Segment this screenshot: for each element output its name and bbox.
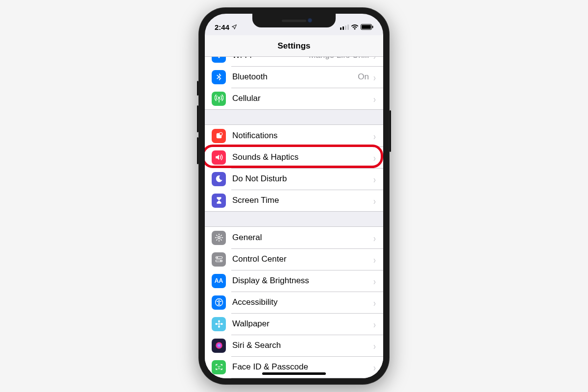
row-display[interactable]: AADisplay & Brightness›: [205, 270, 383, 292]
chevron-right-icon: ›: [373, 196, 376, 206]
page-title: Settings: [277, 41, 310, 51]
row-label: Wallpaper: [232, 319, 373, 329]
gear-icon: [212, 231, 226, 245]
row-label: Wi-Fi: [232, 57, 309, 60]
svg-point-21: [216, 342, 222, 349]
row-label: General: [232, 233, 373, 243]
row-controlcenter[interactable]: Control Center›: [205, 248, 383, 270]
antenna-icon: [212, 92, 226, 106]
settings-group: General›Control Center›AADisplay & Brigh…: [205, 226, 383, 378]
mute-switch: [197, 81, 198, 96]
hourglass-icon: [212, 194, 226, 208]
row-label: Cellular: [232, 94, 373, 103]
svg-rect-2: [345, 25, 346, 30]
svg-rect-0: [340, 27, 342, 30]
svg-point-8: [219, 132, 222, 135]
row-label: Sounds & Haptics: [232, 152, 373, 162]
row-general[interactable]: General›: [205, 227, 383, 248]
chevron-right-icon: ›: [373, 254, 376, 265]
svg-point-18: [218, 325, 220, 328]
row-label: Bluetooth: [232, 72, 358, 82]
row-accessibility[interactable]: Accessibility›: [205, 292, 383, 313]
row-screentime[interactable]: Screen Time›: [205, 190, 383, 211]
wifi-icon: [351, 24, 359, 30]
speaker-icon: [212, 150, 226, 165]
faceid-icon: [212, 360, 226, 374]
chevron-right-icon: ›: [373, 233, 376, 243]
wifi-icon: [212, 57, 226, 63]
svg-rect-1: [343, 26, 344, 30]
row-wifi[interactable]: Wi-FiMango Life Unifi›: [205, 57, 383, 66]
row-value: Mango Life Unifi: [309, 57, 369, 60]
battery-icon: [361, 24, 373, 30]
row-cellular[interactable]: Cellular›: [205, 88, 383, 109]
side-button: [390, 110, 391, 152]
volume-up-button: [197, 105, 198, 132]
row-sounds[interactable]: Sounds & Haptics›: [205, 147, 383, 168]
row-sos[interactable]: SOSEmergency SOS›: [205, 378, 383, 378]
chevron-right-icon: ›: [373, 276, 376, 286]
chevron-right-icon: ›: [373, 131, 376, 141]
svg-rect-3: [347, 24, 349, 30]
flower-icon: [212, 317, 226, 331]
nav-bar: Settings: [205, 35, 383, 57]
accessibility-icon: [212, 295, 226, 310]
settings-group: Notifications›Sounds & Haptics›Do Not Di…: [205, 124, 383, 212]
svg-point-15: [218, 300, 220, 301]
svg-point-13: [220, 260, 221, 262]
moon-icon: [212, 172, 226, 186]
screen: 2:44: [205, 14, 383, 378]
location-icon: [231, 24, 237, 30]
row-label: Do Not Disturb: [232, 174, 373, 184]
chevron-right-icon: ›: [373, 174, 376, 184]
volume-down-button: [197, 137, 198, 164]
row-bluetooth[interactable]: BluetoothOn›: [205, 66, 383, 88]
settings-list[interactable]: Wi-FiMango Life Unifi›BluetoothOn›Cellul…: [205, 57, 383, 378]
notch: [252, 14, 336, 27]
svg-point-22: [218, 366, 219, 367]
text-size-icon: AA: [212, 274, 226, 288]
settings-group: Wi-FiMango Life Unifi›BluetoothOn›Cellul…: [205, 57, 383, 110]
cellular-signal-icon: [340, 24, 349, 30]
chevron-right-icon: ›: [373, 72, 376, 82]
row-value: On: [358, 72, 369, 82]
bluetooth-icon: [212, 70, 226, 84]
status-time: 2:44: [215, 23, 229, 31]
svg-point-9: [218, 237, 220, 239]
row-label: Notifications: [232, 131, 373, 141]
siri-icon: [212, 339, 226, 353]
chevron-right-icon: ›: [373, 94, 376, 104]
svg-point-17: [218, 320, 220, 322]
row-notifications[interactable]: Notifications›: [205, 125, 383, 147]
row-siri[interactable]: Siri & Search›: [205, 335, 383, 356]
chevron-right-icon: ›: [373, 152, 376, 163]
notifications-icon: [212, 129, 226, 143]
row-label: Accessibility: [232, 297, 373, 307]
svg-point-23: [220, 366, 220, 367]
row-wallpaper[interactable]: Wallpaper›: [205, 313, 383, 335]
phone-frame: 2:44: [198, 7, 390, 385]
svg-point-19: [215, 323, 218, 325]
switches-icon: [212, 252, 226, 267]
chevron-right-icon: ›: [373, 319, 376, 329]
svg-point-11: [216, 257, 218, 258]
chevron-right-icon: ›: [373, 297, 376, 308]
row-label: Control Center: [232, 254, 373, 264]
front-camera: [308, 18, 312, 23]
row-label: Face ID & Passcode: [232, 362, 373, 372]
svg-point-20: [220, 323, 222, 325]
row-dnd[interactable]: Do Not Disturb›: [205, 168, 383, 190]
speaker-grille: [282, 20, 306, 22]
chevron-right-icon: ›: [373, 341, 376, 351]
row-label: Siri & Search: [232, 341, 373, 350]
row-label: Display & Brightness: [232, 276, 373, 286]
chevron-right-icon: ›: [373, 57, 376, 61]
row-label: Screen Time: [232, 196, 373, 205]
chevron-right-icon: ›: [373, 362, 376, 372]
home-indicator[interactable]: [262, 372, 326, 375]
svg-rect-6: [372, 26, 373, 28]
svg-point-16: [218, 323, 220, 325]
svg-rect-5: [362, 25, 371, 29]
